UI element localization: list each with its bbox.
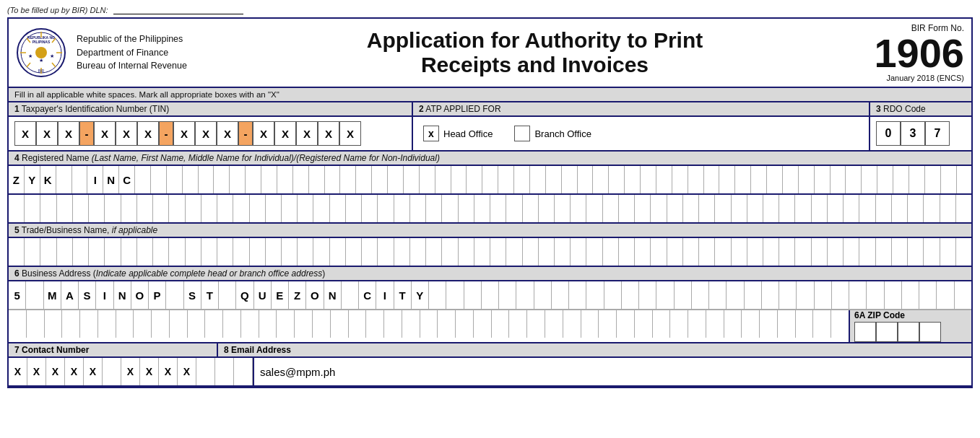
addr2-cell-37[interactable] <box>670 310 688 338</box>
char-cell-3[interactable] <box>57 195 73 222</box>
char-cell-37[interactable] <box>593 166 609 193</box>
tin-box-1[interactable]: X <box>14 121 36 146</box>
addr2-cell-10[interactable] <box>188 310 206 338</box>
char-cell-36[interactable] <box>639 281 656 309</box>
char-cell-7[interactable] <box>121 238 137 266</box>
tin-box-6[interactable]: X <box>137 121 159 146</box>
addr2-cell-28[interactable] <box>509 310 527 338</box>
char-cell-1[interactable] <box>25 195 40 222</box>
contact-box-7[interactable]: X <box>140 358 159 385</box>
char-cell-48[interactable] <box>779 195 795 222</box>
tin-box-2[interactable]: X <box>36 121 58 146</box>
addr2-cell-19[interactable] <box>349 310 367 338</box>
char-cell-24[interactable] <box>429 281 446 309</box>
char-cell-43[interactable] <box>762 281 779 309</box>
char-cell-23[interactable]: Y <box>412 281 429 309</box>
addr2-cell-26[interactable] <box>474 310 492 338</box>
char-cell-6[interactable]: N <box>114 281 131 309</box>
char-cell-36[interactable] <box>578 166 594 193</box>
char-cell-34[interactable] <box>546 166 562 193</box>
addr2-cell-29[interactable] <box>527 310 545 338</box>
char-cell-47[interactable] <box>763 238 779 266</box>
zip-box-2[interactable] <box>876 322 898 342</box>
zip-box-4[interactable] <box>919 322 941 342</box>
char-cell-29[interactable] <box>467 166 482 193</box>
char-cell-59[interactable] <box>941 166 957 193</box>
tin-box-9[interactable]: X <box>217 121 238 146</box>
char-cell-42[interactable] <box>683 195 699 222</box>
addr2-cell-3[interactable] <box>62 310 80 338</box>
char-cell-32[interactable] <box>523 238 539 266</box>
char-cell-4[interactable] <box>73 238 89 266</box>
char-cell-13[interactable] <box>217 195 233 222</box>
char-cell-44[interactable] <box>779 281 797 309</box>
char-cell-39[interactable] <box>692 281 709 309</box>
char-cell-10[interactable] <box>169 238 185 266</box>
char-cell-50[interactable] <box>885 281 902 309</box>
char-cell-20[interactable] <box>330 195 346 222</box>
char-cell-35[interactable] <box>571 238 586 266</box>
char-cell-5[interactable] <box>89 195 105 222</box>
addr2-cell-36[interactable] <box>653 310 671 338</box>
branch-office-checkbox[interactable] <box>514 126 530 141</box>
char-cell-6[interactable] <box>105 238 121 266</box>
addr2-cell-23[interactable] <box>420 310 438 338</box>
addr2-cell-2[interactable] <box>45 310 63 338</box>
addr2-cell-43[interactable] <box>778 310 796 338</box>
char-cell-15[interactable]: E <box>272 281 289 309</box>
char-cell-25[interactable] <box>446 281 464 309</box>
char-cell-35[interactable] <box>622 281 639 309</box>
char-cell-3[interactable] <box>56 166 72 193</box>
char-cell-37[interactable] <box>603 238 619 266</box>
char-cell-52[interactable] <box>844 195 859 222</box>
char-cell-54[interactable] <box>876 195 892 222</box>
contact-box-6[interactable]: X <box>121 358 140 385</box>
tin-box-13[interactable]: X <box>318 121 339 146</box>
char-cell-38[interactable] <box>619 238 635 266</box>
tin-box-14[interactable]: X <box>339 121 361 146</box>
char-cell-6[interactable]: N <box>103 166 119 193</box>
char-cell-35[interactable] <box>571 195 586 222</box>
char-cell-5[interactable]: I <box>87 166 103 193</box>
char-cell-9[interactable] <box>153 195 169 222</box>
char-cell-36[interactable] <box>586 238 602 266</box>
char-cell-37[interactable] <box>656 281 674 309</box>
char-cell-20[interactable]: C <box>359 281 376 309</box>
char-cell-22[interactable] <box>362 195 378 222</box>
char-cell-50[interactable] <box>799 166 815 193</box>
char-cell-39[interactable] <box>635 195 651 222</box>
char-cell-16[interactable]: Z <box>289 281 306 309</box>
addr2-cell-14[interactable] <box>259 310 277 338</box>
char-cell-54[interactable] <box>876 238 892 266</box>
char-cell-52[interactable] <box>844 238 859 266</box>
char-cell-24[interactable] <box>388 166 404 193</box>
char-cell-16[interactable] <box>266 238 282 266</box>
char-cell-45[interactable] <box>732 195 747 222</box>
char-cell-34[interactable] <box>555 238 571 266</box>
char-cell-26[interactable] <box>426 238 442 266</box>
char-cell-56[interactable] <box>908 195 924 222</box>
char-cell-40[interactable] <box>651 238 667 266</box>
char-cell-46[interactable] <box>747 238 763 266</box>
char-cell-5[interactable]: I <box>96 281 113 309</box>
addr2-cell-39[interactable] <box>706 310 724 338</box>
addr2-cell-11[interactable] <box>205 310 223 338</box>
rdo-box-1[interactable]: 0 <box>876 121 901 146</box>
addr2-cell-20[interactable] <box>366 310 384 338</box>
char-cell-50[interactable] <box>812 238 828 266</box>
addr2-cell-18[interactable] <box>331 310 349 338</box>
char-cell-21[interactable] <box>340 166 356 193</box>
char-cell-21[interactable] <box>346 238 362 266</box>
addr2-cell-12[interactable] <box>223 310 241 338</box>
char-cell-18[interactable] <box>298 238 313 266</box>
char-cell-7[interactable] <box>121 195 137 222</box>
char-cell-55[interactable] <box>892 238 908 266</box>
char-cell-28[interactable] <box>459 195 474 222</box>
char-cell-3[interactable] <box>57 238 73 266</box>
char-cell-6[interactable] <box>105 195 121 222</box>
char-cell-56[interactable] <box>893 166 909 193</box>
char-cell-1[interactable] <box>25 238 40 266</box>
char-cell-12[interactable] <box>219 281 236 309</box>
char-cell-17[interactable] <box>282 195 298 222</box>
char-cell-10[interactable] <box>169 195 185 222</box>
